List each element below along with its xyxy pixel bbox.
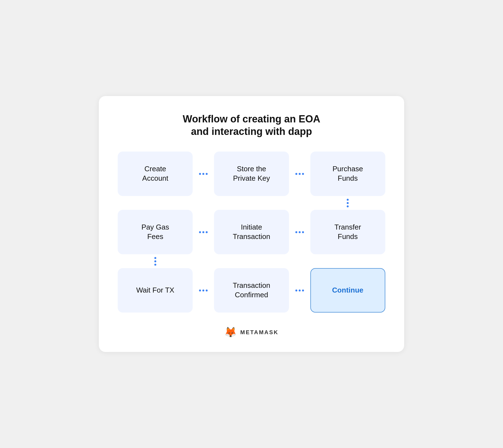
footer: 🦊 METAMASK (115, 326, 388, 338)
arrow-h-r2-2-3 (291, 231, 308, 233)
step-transaction-confirmed-label: Transaction Confirmed (233, 281, 270, 300)
metamask-icon: 🦊 (224, 326, 237, 338)
dots-h-1-2 (199, 173, 208, 175)
step-initiate-transaction-label: Initiate Transaction (233, 223, 270, 241)
arrow-v-r1c3-r2c3 (347, 196, 349, 210)
step-initiate-transaction: Initiate Transaction (214, 210, 289, 254)
dots-v-r1c3 (347, 199, 349, 207)
dots-h-r3-2-3 (295, 290, 304, 291)
step-store-private-key: Store the Private Key (214, 152, 289, 196)
arrow-h-r3-1-2 (195, 290, 212, 291)
dots-h-r3-1-2 (199, 290, 208, 291)
arrow-h-2-3 (291, 173, 308, 175)
page-title: Workflow of creating an EOA and interact… (115, 113, 388, 138)
dots-v-r2c1 (154, 257, 156, 266)
arrow-v-r2c1-r3c1 (154, 254, 156, 268)
metamask-brand: METAMASK (240, 329, 278, 336)
dots-h-2-3 (295, 173, 304, 175)
dots-h-r2-1-2 (199, 231, 208, 233)
workflow-grid: Create Account Store the Private Key Pur… (115, 152, 388, 313)
step-create-account-label: Create Account (142, 164, 168, 183)
arrow-h-r3-2-3 (291, 290, 308, 291)
step-transaction-confirmed: Transaction Confirmed (214, 268, 289, 313)
step-wait-for-tx: Wait For TX (118, 268, 193, 313)
step-purchase-funds-label: Purchase Funds (333, 164, 363, 183)
step-purchase-funds: Purchase Funds (310, 152, 385, 196)
step-store-private-key-label: Store the Private Key (233, 164, 270, 183)
step-wait-for-tx-label: Wait For TX (136, 286, 174, 295)
arrow-h-1-2 (195, 173, 212, 175)
arrow-h-r2-1-2 (195, 231, 212, 233)
step-continue-label: Continue (332, 286, 363, 295)
main-card: Workflow of creating an EOA and interact… (99, 96, 404, 352)
step-continue[interactable]: Continue (310, 268, 385, 313)
dots-h-r2-2-3 (295, 231, 304, 233)
step-pay-gas-fees-label: Pay Gas Fees (141, 223, 169, 241)
step-pay-gas-fees: Pay Gas Fees (118, 210, 193, 254)
step-transfer-funds-label: Transfer Funds (335, 223, 361, 241)
step-create-account: Create Account (118, 152, 193, 196)
step-transfer-funds: Transfer Funds (310, 210, 385, 254)
